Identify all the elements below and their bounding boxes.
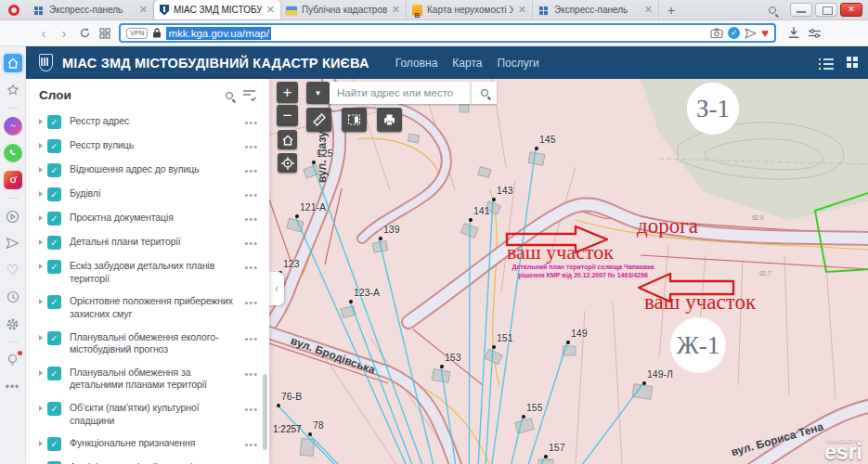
expand-arrow-icon[interactable] [39, 441, 43, 446]
whatsapp-icon[interactable] [4, 144, 22, 162]
telegram-send-icon[interactable] [4, 234, 22, 252]
layer-menu-dots[interactable]: ••• [244, 331, 258, 344]
tab-close-icon[interactable]: ✕ [644, 5, 653, 15]
expand-arrow-icon[interactable] [39, 215, 43, 221]
tips-bulb-icon[interactable] [4, 351, 22, 369]
tab-close-icon[interactable]: ✕ [266, 5, 275, 15]
layer-checkbox[interactable]: ✓ [47, 295, 61, 309]
layer-menu-dots[interactable]: ••• [244, 402, 258, 415]
player-icon[interactable] [4, 207, 22, 226]
panel-scrollbar[interactable] [263, 374, 267, 450]
layer-item[interactable]: ✓ Орієнтовне положення прибережних захис… [39, 290, 269, 326]
layer-item[interactable]: ✓ Реєстр вулиць ••• [39, 135, 269, 159]
map-search-input[interactable] [330, 82, 471, 104]
print-button[interactable] [377, 108, 402, 132]
layer-checkbox[interactable]: ✓ [47, 367, 61, 380]
instagram-icon[interactable] [4, 171, 22, 189]
layer-checkbox[interactable]: ✓ [47, 163, 61, 177]
apps-grid-icon[interactable] [847, 57, 859, 69]
nav-link[interactable]: Послуги [497, 57, 538, 70]
swipe-compare-button[interactable] [342, 108, 367, 132]
expand-arrow-icon[interactable] [39, 239, 43, 245]
expand-arrow-icon[interactable] [39, 167, 43, 173]
expand-arrow-icon[interactable] [39, 143, 43, 148]
browser-tab[interactable]: Экспресс-панель ✕ [533, 0, 659, 19]
expand-arrow-icon[interactable] [39, 335, 43, 341]
layer-menu-dots[interactable]: ••• [244, 295, 258, 308]
layer-checkbox[interactable]: ✓ [47, 402, 61, 416]
layer-checkbox[interactable]: ✓ [47, 236, 61, 250]
secure-check-icon[interactable]: ✓ [728, 27, 740, 39]
layer-item[interactable]: ✓ Об'єкти (пам'ятки) культурної спадщини… [39, 397, 269, 432]
map-zoom-out-button[interactable]: − [277, 105, 298, 126]
layer-checkbox[interactable]: ✓ [47, 187, 61, 201]
layer-menu-dots[interactable]: ••• [244, 236, 258, 249]
layer-menu-dots[interactable]: ••• [244, 139, 258, 152]
map-search-button[interactable] [471, 82, 497, 104]
history-clock-icon[interactable] [4, 288, 22, 306]
layer-checkbox[interactable]: ✓ [47, 212, 61, 226]
layer-checkbox[interactable]: ✓ [47, 260, 61, 274]
nav-link[interactable]: Головна [395, 57, 438, 70]
sidebar-more-icon[interactable]: ••• [4, 378, 22, 396]
bookmarks-star-icon[interactable] [4, 81, 22, 99]
layer-item[interactable]: ✓ Ескіз забудови детальних планів терито… [39, 255, 269, 290]
layer-item[interactable]: ✓ Функціональне призначення ••• [39, 432, 269, 457]
layer-checkbox[interactable]: ✓ [47, 115, 61, 129]
measure-ruler-button[interactable] [306, 108, 331, 132]
new-tab-button[interactable]: + [659, 0, 683, 19]
layer-item[interactable]: ✓ Відношення адрес до вулиць ••• [39, 159, 269, 183]
settings-gear-icon[interactable] [4, 315, 22, 333]
snapshot-camera-icon[interactable] [710, 28, 723, 38]
url-field[interactable]: VPN mkk.kga.gov.ua/map/ ✓ ♥ [119, 23, 776, 43]
layer-checkbox[interactable]: ✓ [47, 331, 61, 345]
speed-dial-home-icon[interactable] [4, 54, 22, 72]
url-text[interactable]: mkk.kga.gov.ua/map/ [166, 28, 706, 39]
tab-search-button[interactable] [760, 0, 784, 19]
tab-close-icon[interactable]: ✕ [392, 5, 400, 15]
layers-search-icon[interactable] [226, 92, 233, 99]
expand-arrow-icon[interactable] [39, 406, 43, 411]
search-dropdown-button[interactable]: ▼ [306, 82, 330, 104]
reload-button[interactable] [74, 27, 95, 39]
legend-list-icon[interactable] [819, 58, 834, 69]
layer-menu-dots[interactable]: ••• [244, 212, 258, 225]
close-window-button[interactable] [840, 3, 862, 17]
vpn-badge[interactable]: VPN [126, 28, 148, 39]
nav-link[interactable]: Карта [452, 57, 482, 70]
map-locate-button[interactable] [278, 153, 297, 173]
tune-settings-icon[interactable] [804, 28, 824, 39]
layer-item[interactable]: ✓ Планувальні обмеження еколого-містобуд… [39, 327, 269, 362]
tab-close-icon[interactable]: ✕ [139, 5, 148, 15]
layer-checkbox[interactable]: ✓ [47, 437, 61, 451]
map-canvas[interactable]: З-1Ж-1 вул. Лазувул. Бродівськавул. Бори… [269, 79, 868, 464]
maximize-button[interactable] [815, 3, 837, 17]
expand-arrow-icon[interactable] [39, 370, 43, 376]
map-zoom-in-button[interactable]: + [277, 82, 298, 103]
expand-arrow-icon[interactable] [39, 119, 43, 124]
minimize-button[interactable] [790, 3, 812, 17]
layer-menu-dots[interactable]: ••• [244, 115, 258, 128]
layer-menu-dots[interactable]: ••• [244, 260, 258, 273]
layer-menu-dots[interactable]: ••• [244, 163, 258, 176]
layer-menu-dots[interactable]: ••• [244, 437, 258, 450]
layer-item[interactable]: ✓ Детальні плани території ••• [39, 231, 269, 255]
tab-close-icon[interactable]: ✕ [518, 5, 526, 15]
layer-item[interactable]: ✓ Будівлі ••• [39, 183, 269, 207]
messenger-icon[interactable] [4, 117, 22, 135]
layer-item[interactable]: ✓ Проєктна документація ••• [39, 207, 269, 231]
browser-tab[interactable]: Публічна кадастрова карта ✕ [280, 0, 407, 19]
downloads-button[interactable] [784, 27, 804, 39]
send-to-flow-icon[interactable] [745, 28, 757, 39]
browser-tab[interactable]: МІАС ЗМД МІСТОБУДІВНИЙ ✕ [154, 0, 280, 19]
expand-arrow-icon[interactable] [39, 191, 43, 197]
expand-arrow-icon[interactable] [39, 299, 43, 304]
layer-menu-dots[interactable]: ••• [244, 187, 258, 200]
browser-tab[interactable]: Карта нерухомості України ✕ [407, 0, 533, 19]
forward-button[interactable]: › [54, 26, 74, 40]
layer-item[interactable]: ✓ Планувальні обмеження за детальними пл… [39, 362, 269, 397]
speed-dial-button[interactable] [95, 28, 115, 39]
back-button[interactable]: ‹ [33, 26, 54, 40]
layer-item[interactable]: ✓ Адміністративні райони у містах ••• [39, 457, 269, 464]
panel-collapse-handle[interactable]: ‹ [269, 272, 284, 305]
